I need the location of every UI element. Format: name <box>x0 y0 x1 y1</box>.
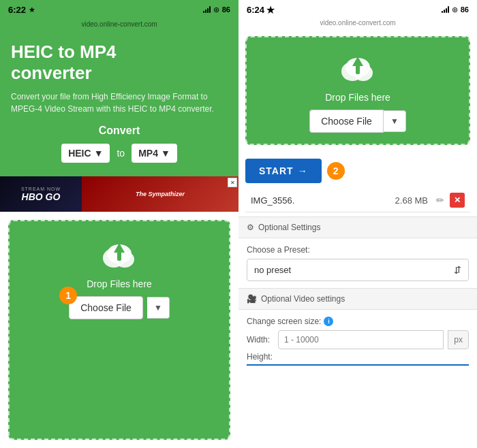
wifi-icon: ⊛ <box>213 5 219 14</box>
to-format-select[interactable]: MP4 ▼ <box>132 144 177 163</box>
info-icon: i <box>324 317 333 326</box>
left-time: 6:22 <box>8 5 26 15</box>
width-unit: px <box>448 330 469 349</box>
right-panel: 6:24 ★ ⊛ 86 video.online-convert.com Dro… <box>238 0 477 448</box>
height-label: Height: <box>247 352 274 362</box>
left-panel: 6:22 ★ ⊛ 86 video.online-convert.com HEI… <box>0 0 238 448</box>
left-drop-zone[interactable]: Drop Files here 1 Choose File ▼ <box>8 220 230 440</box>
width-label: Width: <box>247 335 274 345</box>
right-url-bar: video.online-convert.com <box>238 19 477 29</box>
from-format-label: HEIC <box>68 148 91 159</box>
preset-value: no preset <box>254 265 291 275</box>
ad-show-title: The Sympathizer <box>136 191 185 197</box>
upload-cloud-icon <box>99 238 140 272</box>
right-choose-file-dropdown[interactable]: ▼ <box>384 110 406 132</box>
video-settings-label: Optional Video settings <box>261 294 345 304</box>
to-format-arrow: ▼ <box>161 148 170 159</box>
convert-label: Convert <box>11 125 228 137</box>
ad-right: The Sympathizer <box>82 176 238 212</box>
preset-dropdown-arrow: ⇵ <box>454 265 461 275</box>
to-label: to <box>117 148 125 159</box>
ad-left: STREAM NOW HBO GO <box>0 176 82 212</box>
preset-select[interactable]: no preset ⇵ <box>247 259 469 281</box>
signal-icon <box>203 6 211 13</box>
ad-banner: STREAM NOW HBO GO The Sympathizer ✕ <box>0 176 238 212</box>
file-size: 2.68 MB <box>395 195 428 206</box>
optional-settings-header: ⚙ Optional Settings <box>238 217 477 238</box>
change-screen-label: Change screen size: i <box>247 317 469 326</box>
right-upload-cloud-icon <box>337 51 378 85</box>
video-icon: 🎥 <box>247 294 257 304</box>
bottom-cut <box>247 364 469 378</box>
start-bar: START → 2 <box>245 159 470 183</box>
right-status-bar: 6:24 ★ ⊛ 86 <box>238 0 477 19</box>
left-star: ★ <box>29 5 35 14</box>
optional-settings-label: Optional Settings <box>258 223 320 232</box>
video-settings-form: Change screen size: i Width: px Height: <box>238 310 477 385</box>
to-format-label: MP4 <box>138 148 158 159</box>
start-button[interactable]: START → <box>245 159 322 183</box>
preset-section: Choose a Preset: no preset ⇵ <box>238 238 477 288</box>
left-hero: HEIC to MP4converter Convert your file f… <box>0 31 238 176</box>
svg-rect-4 <box>117 250 121 261</box>
from-format-arrow: ▼ <box>94 148 104 159</box>
file-edit-icon[interactable]: ✏ <box>436 195 444 206</box>
page-title-left: HEIC to MP4converter <box>11 42 228 84</box>
left-status-bar: 6:22 ★ ⊛ 86 <box>0 0 238 19</box>
hero-description: Convert your file from High Efficiency I… <box>11 91 228 115</box>
right-star: ★ <box>266 3 275 16</box>
right-url-text: video.online-convert.com <box>320 19 395 27</box>
video-settings-header: 🎥 Optional Video settings <box>238 288 477 310</box>
left-url-bar: video.online-convert.com <box>0 19 238 31</box>
right-drop-text: Drop Files here <box>325 92 390 103</box>
left-choose-file-wrapper: 1 Choose File ▼ <box>69 296 170 319</box>
left-drop-text: Drop Files here <box>87 278 152 289</box>
file-row: IMG_3556. 2.68 MB ✏ ✕ <box>245 189 470 212</box>
hbo-go-logo: HBO GO <box>22 191 61 202</box>
file-name: IMG_3556. <box>251 195 390 206</box>
left-choose-file-button[interactable]: Choose File <box>69 296 143 319</box>
stream-text: STREAM NOW <box>21 187 61 191</box>
ad-close-button[interactable]: ✕ <box>228 178 237 187</box>
right-drop-zone[interactable]: Drop Files here Choose File ▼ <box>245 36 470 145</box>
step-badge-2: 2 <box>327 162 345 180</box>
battery-indicator: 86 <box>222 5 230 14</box>
right-choose-file-button[interactable]: Choose File <box>309 110 384 133</box>
width-input[interactable] <box>278 330 444 349</box>
start-arrow-icon: → <box>298 165 308 176</box>
gear-icon: ⚙ <box>247 223 254 232</box>
from-format-select[interactable]: HEIC ▼ <box>61 144 110 163</box>
preset-label: Choose a Preset: <box>247 245 469 255</box>
right-wifi-icon: ⊛ <box>452 5 458 14</box>
convert-row: HEIC ▼ to MP4 ▼ <box>11 144 228 163</box>
svg-rect-9 <box>356 63 360 74</box>
right-battery-indicator: 86 <box>461 5 469 14</box>
right-time: 6:24 <box>247 5 264 15</box>
file-remove-button[interactable]: ✕ <box>450 193 465 208</box>
start-button-label: START <box>259 165 294 176</box>
left-choose-file-dropdown[interactable]: ▼ <box>147 297 170 319</box>
right-signal-icon <box>442 6 449 13</box>
width-row: Width: px <box>247 330 469 349</box>
right-choose-file-wrapper: Choose File ▼ <box>309 110 406 133</box>
left-url-text: video.online-convert.com <box>81 20 157 28</box>
height-row: Height: <box>247 352 469 362</box>
